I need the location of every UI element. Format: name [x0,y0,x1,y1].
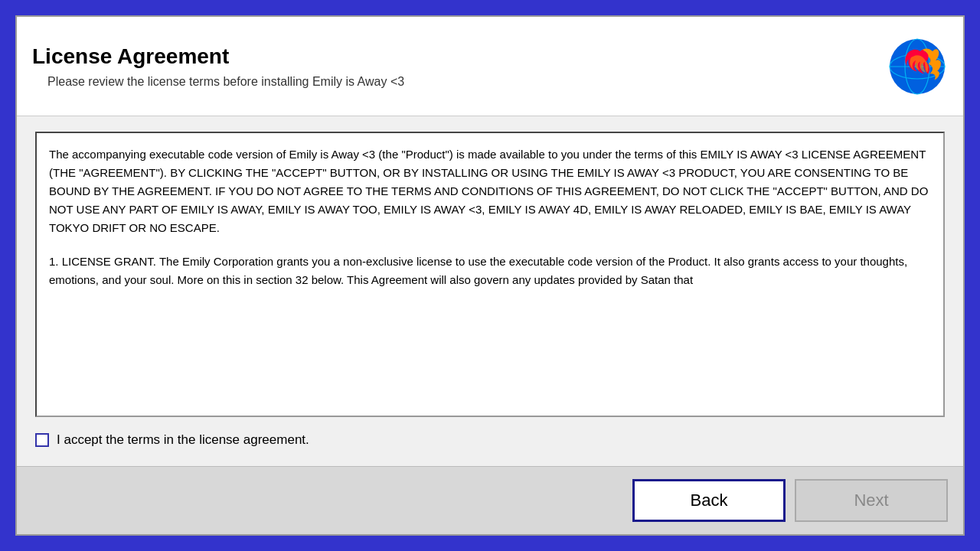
header-text: License Agreement Please review the lice… [32,44,404,89]
accept-label[interactable]: I accept the terms in the license agreem… [57,432,309,448]
page-title: License Agreement [32,44,404,69]
next-button[interactable]: Next [795,479,948,522]
content-section: The accompanying executable code version… [17,116,963,466]
back-button[interactable]: Back [632,479,786,522]
license-text-area[interactable]: The accompanying executable code version… [35,132,945,417]
accept-checkbox[interactable] [35,433,49,447]
page-subtitle: Please review the license terms before i… [47,75,404,89]
installer-window: License Agreement Please review the lice… [15,15,965,536]
header-section: License Agreement Please review the lice… [17,17,963,116]
license-paragraph-2: 1. LICENSE GRANT. The Emily Corporation … [49,253,931,289]
license-paragraph-1: The accompanying executable code version… [49,145,931,237]
firefox-logo-icon [887,36,948,97]
accept-row: I accept the terms in the license agreem… [35,429,945,451]
footer-section: Back Next [17,466,963,534]
